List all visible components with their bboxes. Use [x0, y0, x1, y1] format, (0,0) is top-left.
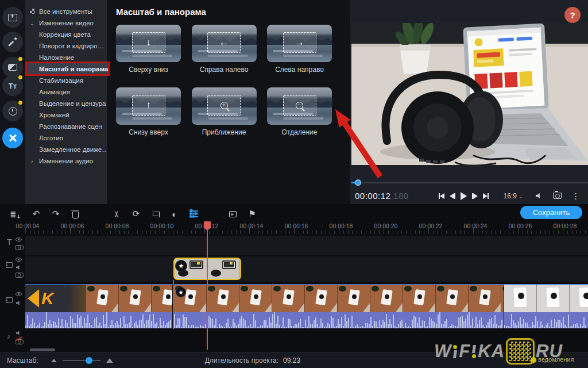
waveform-bar — [75, 323, 76, 328]
previous-frame-button[interactable] — [450, 193, 455, 199]
waveform-bar — [319, 327, 320, 328]
menu-item-7[interactable]: Стабилизация — [25, 75, 107, 86]
playhead-line — [207, 229, 208, 350]
snapshot-icon[interactable] — [553, 193, 562, 199]
split-button[interactable]: ✂ — [107, 209, 126, 218]
seek-handle[interactable] — [355, 179, 361, 186]
overlay-track-row[interactable] — [25, 256, 588, 282]
menu-item-11[interactable]: Распознавание сцен — [25, 121, 107, 132]
waveform-bar — [63, 327, 64, 328]
timeline-section: ≣↶↷✂⟳◐▸⚑ Сохранить 00:00:0400:00:0600:00… — [0, 204, 588, 352]
video-clip-2[interactable] — [174, 285, 504, 312]
waveform-bar — [60, 326, 61, 328]
waveform-bar — [467, 315, 468, 328]
video-clip-3[interactable] — [504, 285, 588, 312]
zoom-slider-handle[interactable] — [86, 357, 92, 364]
marker-button[interactable]: ⚑ — [242, 209, 262, 219]
seek-bar[interactable] — [351, 182, 588, 183]
waveform-bar — [58, 319, 59, 328]
zoom-out-icon[interactable] — [51, 359, 57, 362]
timeline-zoom-slider[interactable] — [63, 360, 100, 361]
chevron-right-icon: › — [25, 158, 39, 164]
audio-waveform-3[interactable] — [504, 312, 588, 328]
help-button[interactable]: ? — [564, 7, 581, 23]
waveform-bar — [91, 325, 92, 328]
link-crossed-icon[interactable] — [15, 339, 22, 343]
preset-card-arrow-up[interactable]: ↑Снизу вверх — [116, 87, 181, 136]
redo-button[interactable]: ↷ — [46, 209, 65, 219]
preset-card-zoom-out[interactable]: −Отдаление — [267, 87, 332, 136]
zoom-in-icon[interactable] — [106, 358, 113, 363]
eye-icon[interactable] — [16, 292, 22, 296]
delete-button[interactable] — [65, 210, 85, 218]
color-adjustments-button[interactable]: ◐ — [165, 209, 184, 219]
link-icon[interactable] — [15, 245, 22, 249]
waveform-bar — [533, 325, 535, 328]
stickers-icon[interactable] — [2, 101, 23, 121]
volume-icon[interactable] — [536, 193, 541, 199]
waveform-bar — [160, 318, 161, 328]
preset-card-arrow-left[interactable]: ←Справа налево — [192, 25, 257, 74]
volume-icon[interactable] — [16, 331, 21, 335]
menu-item-2[interactable]: ⌄Изменение видео — [25, 17, 107, 29]
waveform-bar — [343, 326, 344, 328]
go-to-start-button[interactable] — [439, 193, 444, 199]
preset-card-zoom-in[interactable]: +Приближение — [192, 87, 257, 136]
next-frame-button[interactable] — [472, 193, 478, 199]
menu-item-10[interactable]: Хромакей — [25, 109, 107, 121]
crop-button[interactable] — [145, 210, 165, 217]
more-icon[interactable]: ⋮ — [572, 191, 580, 201]
menu-item-14[interactable]: ›Изменение аудио — [25, 155, 107, 167]
waveform-bar — [137, 325, 138, 328]
rotate-button[interactable]: ⟳ — [126, 209, 146, 219]
menu-item-label: Стабилизация — [39, 77, 83, 84]
menu-item-3[interactable]: Коррекция цвета — [25, 29, 107, 40]
menu-item-1[interactable]: Все инструменты — [25, 6, 107, 17]
waveform-bar — [134, 323, 135, 328]
eye-icon[interactable] — [16, 237, 22, 241]
undo-button[interactable]: ↶ — [26, 209, 46, 219]
overwrite-mode-button[interactable]: ▸ — [223, 211, 242, 217]
menu-item-4[interactable]: Поворот и кадриро… — [25, 40, 107, 52]
preset-card-arrow-down[interactable]: ↓Сверху вниз — [116, 25, 181, 74]
add-track-button[interactable]: ≣ — [3, 210, 23, 218]
titles-track-row[interactable] — [25, 236, 588, 255]
menu-item-12[interactable]: Логотип — [25, 132, 107, 144]
waveform-bar — [396, 327, 397, 328]
clip-properties-button[interactable] — [184, 210, 203, 218]
waveform-bar — [41, 327, 42, 328]
timeline-scrollbar[interactable] — [30, 348, 55, 351]
transitions-icon[interactable] — [2, 57, 23, 78]
go-to-end-button[interactable] — [483, 193, 489, 199]
clip-frame-thumbnail — [436, 285, 469, 312]
waveform-bar — [320, 319, 322, 328]
import-media-icon[interactable] — [2, 7, 23, 28]
play-button[interactable] — [461, 192, 467, 200]
more-tools-icon[interactable] — [2, 128, 23, 148]
filters-wand-icon[interactable] — [2, 32, 23, 52]
aspect-ratio-select[interactable]: 16:9 ⌄ — [504, 192, 523, 200]
menu-item-8[interactable]: Анимация — [25, 86, 107, 98]
audio-waveform-1[interactable] — [25, 312, 172, 328]
waveform-bar — [270, 323, 272, 328]
save-button[interactable]: Сохранить — [520, 206, 582, 219]
ruler-label: 00:00:14 — [240, 223, 264, 229]
menu-item-9[interactable]: Выделение и цензура — [25, 98, 107, 109]
selected-menu-item-highlight[interactable]: Масштаб и панорама — [25, 62, 110, 76]
timeline-ruler[interactable]: 00:00:0400:00:0600:00:0800:00:1000:00:12… — [0, 221, 588, 236]
waveform-bar — [424, 321, 425, 328]
volume-icon[interactable] — [16, 301, 21, 305]
audio-waveform-2[interactable] — [174, 312, 504, 328]
clip-frame-thumbnail — [305, 285, 338, 312]
waveform-bar — [498, 326, 499, 328]
preset-label: Слева направо — [267, 66, 332, 74]
preset-card-arrow-right[interactable]: →Слева направо — [267, 25, 332, 74]
volume-icon[interactable] — [16, 265, 21, 270]
titles-icon[interactable]: Tт — [2, 75, 23, 96]
eye-icon[interactable] — [16, 258, 22, 262]
waveform-bar — [391, 324, 392, 328]
menu-item-13[interactable]: Замедленное движе… — [25, 144, 107, 155]
link-icon[interactable] — [15, 273, 22, 277]
zoom-out-icon: − — [296, 102, 303, 109]
video-clip-1[interactable]: K — [25, 285, 172, 312]
